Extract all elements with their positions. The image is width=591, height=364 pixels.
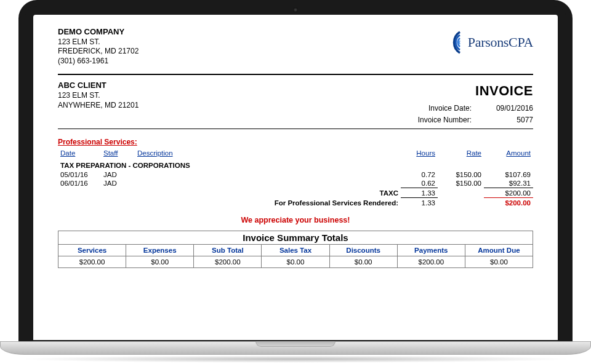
- sum-col-payments: Payments: [397, 245, 465, 256]
- invoice-number: 5077: [484, 114, 533, 126]
- company-phone: (301) 663-1961: [58, 57, 139, 66]
- col-staff: Staff: [101, 148, 135, 159]
- group-heading-text: TAX PREPARATION - CORPORATIONS: [58, 159, 533, 170]
- sum-services: $200.00: [58, 256, 126, 268]
- services-rendered-total: For Professional Services Rendered: 1.33…: [58, 198, 533, 208]
- line-hours: 0.62: [401, 179, 438, 188]
- rendered-hours: 1.33: [401, 198, 438, 208]
- col-amount: Amount: [484, 148, 533, 159]
- laptop-shadow: [18, 355, 573, 363]
- line-date: 06/01/16: [58, 179, 101, 188]
- invoice-document: DEMO COMPANY 123 ELM ST. FREDERICK, MD 2…: [33, 15, 558, 274]
- sum-col-amountdue: Amount Due: [465, 245, 533, 256]
- line-amount: $92.31: [484, 179, 533, 188]
- line-description: [135, 170, 401, 179]
- line-rate: $150.00: [438, 170, 484, 179]
- sum-amountdue: $0.00: [465, 256, 533, 268]
- divider: [58, 74, 533, 75]
- summary-table: Services Expenses Sub Total Sales Tax Di…: [58, 244, 533, 268]
- appreciation-message: We appreciate your business!: [58, 216, 533, 224]
- service-line: 06/01/16 JAD 0.62 $150.00 $92.31: [58, 179, 533, 188]
- client-street: 123 ELM ST.: [58, 90, 139, 100]
- line-amount: $107.69: [484, 170, 533, 179]
- service-subtotal: TAXC 1.33 $200.00: [58, 188, 533, 198]
- company-name: DEMO COMPANY: [58, 27, 139, 38]
- col-description: Description: [135, 148, 401, 159]
- line-date: 05/01/16: [58, 170, 101, 179]
- service-group-heading: TAX PREPARATION - CORPORATIONS: [58, 159, 533, 170]
- company-city: FREDERICK, MD 21702: [58, 47, 139, 57]
- divider: [58, 129, 533, 129]
- summary-title: Invoice Summary Totals: [58, 231, 533, 244]
- summary-values-row: $200.00 $0.00 $200.00 $0.00 $0.00 $200.0…: [58, 256, 533, 268]
- subtotal-hours: 1.33: [401, 188, 438, 198]
- line-hours: 0.72: [401, 170, 438, 179]
- subtotal-amount: $200.00: [484, 188, 533, 198]
- sum-expenses: $0.00: [126, 256, 194, 268]
- company-block: DEMO COMPANY 123 ELM ST. FREDERICK, MD 2…: [58, 27, 139, 66]
- sum-payments: $200.00: [397, 256, 465, 268]
- client-city: ANYWHERE, MD 21201: [58, 100, 139, 110]
- logo-text: ParsonsCPA: [468, 34, 533, 50]
- logo-arcs-icon: [441, 30, 467, 55]
- sum-col-expenses: Expenses: [126, 245, 194, 256]
- services-table: Date Staff Description Hours Rate Amount…: [58, 148, 533, 207]
- laptop-frame: DEMO COMPANY 123 ELM ST. FREDERICK, MD 2…: [18, 0, 573, 341]
- line-staff: JAD: [101, 170, 135, 179]
- summary-section: Invoice Summary Totals Services Expenses…: [58, 231, 533, 268]
- laptop-notch: [255, 341, 336, 347]
- rendered-label: For Professional Services Rendered:: [58, 198, 401, 208]
- line-description: [135, 179, 401, 188]
- invoice-date: 09/01/2016: [484, 103, 533, 114]
- col-hours: Hours: [401, 148, 438, 159]
- invoice-date-label: Invoice Date:: [398, 103, 472, 114]
- services-section-title: Professional Services:: [58, 138, 137, 146]
- sum-subtotal: $200.00: [194, 256, 262, 268]
- invoice-number-label: Invoice Number:: [398, 114, 472, 126]
- screen: DEMO COMPANY 123 ELM ST. FREDERICK, MD 2…: [33, 15, 558, 340]
- sum-col-discounts: Discounts: [329, 245, 397, 256]
- invoice-meta: INVOICE Invoice Date: 09/01/2016 Invoice…: [398, 80, 533, 127]
- company-street: 123 ELM ST.: [58, 38, 139, 47]
- col-rate: Rate: [438, 148, 484, 159]
- invoice-title: INVOICE: [398, 80, 533, 101]
- logo: ParsonsCPA: [441, 30, 533, 55]
- service-line: 05/01/16 JAD 0.72 $150.00 $107.69: [58, 170, 533, 179]
- sum-col-subtotal: Sub Total: [194, 245, 262, 256]
- client-invoice-row: ABC CLIENT 123 ELM ST. ANYWHERE, MD 2120…: [58, 80, 533, 127]
- header: DEMO COMPANY 123 ELM ST. FREDERICK, MD 2…: [58, 27, 533, 66]
- line-staff: JAD: [101, 179, 135, 188]
- subtotal-label: TAXC: [58, 188, 401, 198]
- sum-col-salestax: Sales Tax: [262, 245, 329, 256]
- sum-discounts: $0.00: [329, 256, 397, 268]
- client-name: ABC CLIENT: [58, 80, 139, 91]
- sum-col-services: Services: [58, 245, 126, 256]
- rendered-amount: $200.00: [484, 198, 533, 208]
- line-rate: $150.00: [438, 179, 484, 188]
- col-date: Date: [58, 148, 101, 159]
- camera-icon: [293, 7, 298, 12]
- client-block: ABC CLIENT 123 ELM ST. ANYWHERE, MD 2120…: [58, 80, 139, 111]
- sum-salestax: $0.00: [262, 256, 329, 268]
